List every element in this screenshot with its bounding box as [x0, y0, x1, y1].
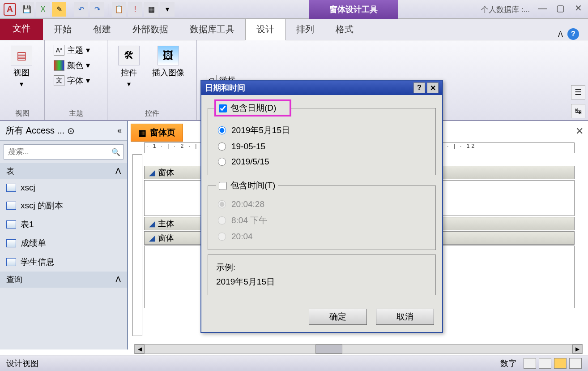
view-layout-icon[interactable] [569, 358, 582, 369]
search-input[interactable] [4, 145, 109, 159]
nav-item-table[interactable]: 表1 [0, 215, 127, 234]
quick-access-toolbar: 💾 X ✎ ↶ ↷ 📋 ! ▦ ▾ [20, 2, 175, 17]
controls-label: 控件 [121, 67, 137, 78]
search-icon[interactable]: 🔍 [109, 145, 123, 159]
ribbon-tabs: 文件 开始 创建 外部数据 数据库工具 设计 排列 格式 ᐱ ? [0, 19, 588, 40]
group-label-controls: 控件 [145, 109, 159, 118]
tab-create[interactable]: 创建 [82, 19, 122, 40]
nav-item-label: 学生信息 [21, 256, 55, 268]
minimize-icon[interactable]: — [537, 3, 548, 13]
tab-home[interactable]: 开始 [43, 19, 82, 40]
dropdown-icon[interactable]: ⊙ [67, 125, 75, 136]
include-time-checkbox[interactable]: 包含时间(T) [216, 180, 278, 191]
collapse-icon[interactable]: « [117, 126, 122, 135]
nav-item-label: xscj [21, 183, 35, 193]
example-label: 示例: [216, 263, 235, 272]
dialog-close-icon[interactable]: ✕ [427, 82, 439, 93]
include-date-checkbox[interactable]: 包含日期(D) [214, 99, 291, 116]
fonts-label: 字体 [67, 75, 83, 86]
nav-group-tables[interactable]: 表ᐱ [0, 163, 127, 179]
nav-header-label: 所有 Access ... [5, 125, 64, 137]
dialog-titlebar[interactable]: 日期和时间 ? ✕ [201, 81, 442, 95]
horizontal-scrollbar[interactable]: ◀ ▶ [134, 344, 583, 354]
scroll-thumb[interactable] [315, 345, 342, 354]
help-icon[interactable]: ? [567, 28, 579, 40]
separator [70, 4, 70, 15]
controls-button[interactable]: 🛠 控件 ▾ [115, 44, 143, 116]
scroll-left-icon[interactable]: ◀ [135, 345, 145, 354]
dialog-help-icon[interactable]: ? [413, 82, 425, 93]
colors-button[interactable]: 颜色 ▾ [52, 59, 92, 72]
view-button[interactable]: ▤ 视图 ▾ [7, 44, 36, 116]
design-icon[interactable]: ✎ [52, 2, 66, 17]
fonts-button[interactable]: 文字体 ▾ [52, 74, 92, 87]
include-time-label: 包含时间(T) [230, 181, 275, 190]
tab-external[interactable]: 外部数据 [122, 19, 179, 40]
view-design-icon[interactable] [554, 358, 567, 369]
form-tab[interactable]: ▦窗体页 [131, 124, 183, 142]
nav-group-label: 表 [6, 166, 14, 177]
scroll-track[interactable] [145, 345, 572, 354]
fonts-icon: 文 [54, 75, 64, 86]
controls-icon: 🛠 [118, 46, 140, 65]
tab-close-icon[interactable]: ✕ [575, 125, 584, 137]
group-label-view: 视图 [15, 109, 30, 118]
include-time-group: 包含时间(T) 20:04:28 8:04 下午 20:04 [208, 180, 436, 250]
nav-item-table[interactable]: xscj 的副本 [0, 196, 127, 215]
run-icon[interactable]: ! [128, 2, 142, 17]
tab-order-icon[interactable]: ↹ [571, 104, 585, 118]
tab-arrange[interactable]: 排列 [285, 19, 325, 40]
include-date-input[interactable] [219, 104, 227, 112]
datasheet-icon[interactable]: ▦ [144, 2, 158, 17]
chevron-up-icon: ᐱ [115, 166, 121, 176]
nav-group-label: 查询 [6, 274, 22, 285]
section-arrow-icon: ◢ [149, 233, 155, 243]
date-time-dialog: 日期和时间 ? ✕ 包含日期(D) 2019年5月15日 19-05-15 20… [200, 80, 443, 333]
time-option-label: 20:04 [231, 232, 253, 242]
nav-group-queries[interactable]: 查询ᐱ [0, 272, 127, 288]
undo-icon[interactable]: ↶ [74, 2, 88, 17]
window-title: 个人数据库 :... [481, 4, 530, 15]
include-date-group: 包含日期(D) 2019年5月15日 19-05-15 2019/5/15 [208, 99, 436, 175]
tab-design[interactable]: 设计 [245, 18, 285, 40]
section-arrow-icon: ◢ [149, 168, 155, 177]
view-datasheet-icon[interactable] [539, 358, 551, 369]
close-icon[interactable]: ✕ [573, 3, 584, 13]
table-icon [6, 258, 16, 266]
image-icon: 🖼 [158, 46, 179, 65]
date-format-option[interactable]: 2019/5/15 [216, 154, 427, 169]
tab-format[interactable]: 格式 [325, 19, 364, 40]
nav-search: 🔍 [4, 144, 124, 160]
radio-input[interactable] [218, 158, 226, 166]
nav-item-table[interactable]: 成绩单 [0, 234, 127, 253]
radio-input[interactable] [218, 126, 226, 134]
scroll-right-icon[interactable]: ▶ [572, 345, 582, 354]
themes-button[interactable]: Aª主题 ▾ [52, 44, 92, 56]
paste-icon[interactable]: 📋 [112, 2, 126, 17]
time-format-option: 20:04 [216, 229, 427, 244]
time-option-label: 8:04 下午 [231, 215, 267, 226]
include-time-input[interactable] [219, 182, 227, 190]
qat-more-icon[interactable]: ▾ [160, 2, 175, 17]
date-format-option[interactable]: 2019年5月15日 [216, 122, 427, 139]
radio-input[interactable] [218, 142, 226, 151]
nav-item-table[interactable]: xscj [0, 179, 127, 196]
view-label: 视图 [13, 67, 30, 78]
nav-item-table[interactable]: 学生信息 [0, 253, 127, 272]
excel-icon[interactable]: X [36, 2, 50, 17]
cancel-button[interactable]: 取消 [376, 309, 434, 325]
redo-icon[interactable]: ↷ [90, 2, 104, 17]
view-form-icon[interactable] [524, 358, 536, 369]
tab-file[interactable]: 文件 [0, 17, 43, 40]
themes-icon: Aª [54, 45, 64, 56]
ok-button[interactable]: 确定 [309, 309, 367, 325]
title-bar: A 💾 X ✎ ↶ ↷ 📋 ! ▦ ▾ 窗体设计工具 个人数据库 :... — … [0, 0, 588, 19]
save-icon[interactable]: 💾 [20, 2, 34, 17]
ribbon-collapse-icon[interactable]: ᐱ [558, 30, 563, 39]
tab-dbtools[interactable]: 数据库工具 [179, 19, 245, 40]
insert-image-button[interactable]: 🖼 插入图像 [149, 44, 188, 116]
date-format-option[interactable]: 19-05-15 [216, 139, 427, 154]
maximize-icon[interactable]: ▢ [555, 3, 566, 13]
property-sheet-icon[interactable]: ☰ [571, 85, 585, 99]
nav-header[interactable]: 所有 Access ... ⊙ « [0, 121, 127, 141]
